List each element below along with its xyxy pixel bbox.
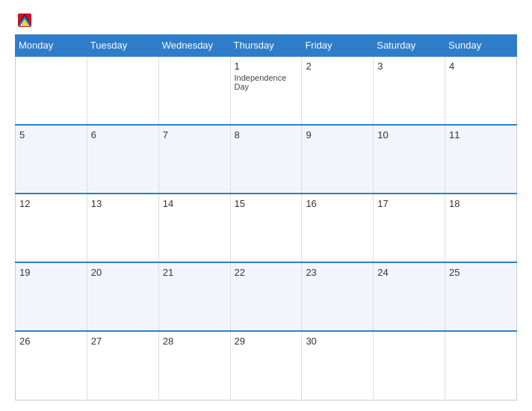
calendar-cell: 21	[158, 262, 230, 331]
calendar-cell: 7	[158, 125, 230, 194]
calendar-cell: 22	[230, 262, 302, 331]
logo-flag-icon	[18, 13, 31, 27]
day-number: 18	[449, 198, 513, 209]
day-number: 30	[306, 336, 369, 347]
calendar-cell	[158, 56, 230, 125]
day-number: 5	[19, 129, 83, 140]
calendar-cell: 1Independence Day	[230, 56, 302, 125]
day-number: 28	[163, 336, 226, 347]
day-number: 22	[235, 267, 298, 278]
calendar-cell: 5	[16, 125, 87, 194]
calendar-cell: 3	[374, 56, 445, 125]
calendar-cell: 26	[16, 331, 87, 400]
calendar-week-row: 19202122232425	[16, 262, 517, 331]
calendar-cell: 23	[302, 262, 374, 331]
day-number: 23	[306, 267, 369, 278]
calendar-cell: 28	[158, 331, 230, 400]
calendar-cell: 11	[445, 125, 517, 194]
calendar-week-row: 2627282930	[16, 331, 517, 400]
calendar-cell: 25	[445, 262, 517, 331]
day-number: 24	[377, 267, 441, 278]
calendar-cell: 12	[16, 194, 87, 262]
day-number: 15	[235, 198, 298, 209]
calendar-header-row: MondayTuesdayWednesdayThursdayFridaySatu…	[16, 35, 517, 57]
col-header-monday: Monday	[16, 35, 87, 57]
day-number: 25	[449, 267, 513, 278]
calendar-cell: 14	[158, 194, 230, 262]
col-header-tuesday: Tuesday	[87, 35, 158, 57]
day-number: 27	[91, 336, 155, 347]
calendar-cell: 8	[230, 125, 302, 194]
day-number: 19	[19, 267, 83, 278]
calendar-cell: 19	[16, 262, 87, 331]
day-number: 13	[91, 198, 155, 209]
calendar-cell: 18	[445, 194, 517, 262]
day-number: 21	[163, 267, 226, 278]
calendar-page: MondayTuesdayWednesdayThursdayFridaySatu…	[0, 0, 532, 411]
day-number: 14	[163, 198, 226, 209]
calendar-week-row: 12131415161718	[16, 194, 517, 262]
calendar-cell: 29	[230, 331, 302, 400]
logo	[15, 13, 33, 27]
calendar-week-row: 567891011	[16, 125, 517, 194]
calendar-cell: 2	[302, 56, 374, 125]
col-header-thursday: Thursday	[230, 35, 302, 57]
calendar-week-row: 1Independence Day234	[16, 56, 517, 125]
day-number: 7	[163, 129, 226, 140]
calendar-cell: 30	[302, 331, 374, 400]
calendar-cell: 24	[374, 262, 445, 331]
day-number: 1	[235, 61, 298, 72]
col-header-friday: Friday	[302, 35, 374, 57]
day-number: 6	[91, 129, 155, 140]
day-number: 8	[235, 129, 298, 140]
day-number: 12	[19, 198, 83, 209]
day-number: 29	[235, 336, 298, 347]
calendar-cell: 4	[445, 56, 517, 125]
calendar-cell: 9	[302, 125, 374, 194]
day-number: 17	[377, 198, 441, 209]
calendar-cell: 17	[374, 194, 445, 262]
calendar-cell	[445, 331, 517, 400]
event-label: Independence Day	[235, 73, 298, 91]
calendar-cell: 10	[374, 125, 445, 194]
calendar-cell	[16, 56, 87, 125]
day-number: 9	[306, 129, 369, 140]
day-number: 16	[306, 198, 369, 209]
day-number: 2	[306, 61, 369, 72]
col-header-saturday: Saturday	[374, 35, 445, 57]
day-number: 4	[449, 61, 513, 72]
day-number: 11	[449, 129, 513, 140]
calendar-cell: 27	[87, 331, 158, 400]
calendar-cell: 6	[87, 125, 158, 194]
day-number: 10	[377, 129, 441, 140]
day-number: 20	[91, 267, 155, 278]
col-header-sunday: Sunday	[445, 35, 517, 57]
calendar-cell: 16	[302, 194, 374, 262]
calendar-cell: 20	[87, 262, 158, 331]
calendar-cell	[87, 56, 158, 125]
calendar-cell: 15	[230, 194, 302, 262]
calendar-cell: 13	[87, 194, 158, 262]
col-header-wednesday: Wednesday	[158, 35, 230, 57]
day-number: 3	[377, 61, 441, 72]
header	[15, 13, 517, 27]
day-number: 26	[19, 336, 83, 347]
calendar-cell	[374, 331, 445, 400]
calendar-table: MondayTuesdayWednesdayThursdayFridaySatu…	[15, 34, 517, 401]
